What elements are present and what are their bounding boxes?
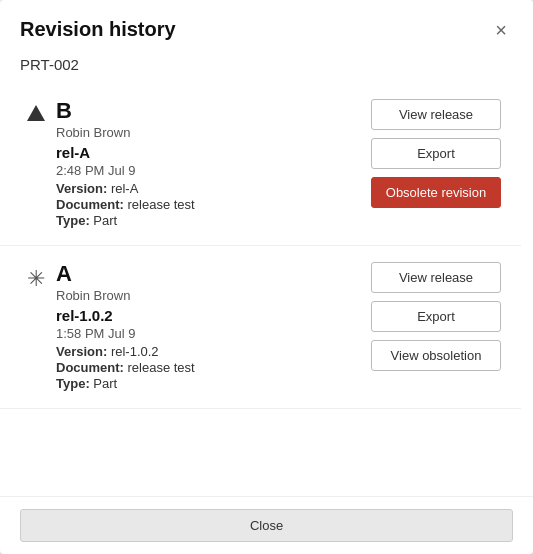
revision-type: Type: Part xyxy=(56,376,355,391)
modal-footer: Close xyxy=(0,496,533,554)
triangle-icon xyxy=(27,105,45,121)
modal-title: Revision history xyxy=(20,18,176,41)
revision-version: Version: rel-1.0.2 xyxy=(56,344,355,359)
revision-actions: View releaseExportObsolete revision xyxy=(371,99,501,208)
revision-icon xyxy=(16,99,56,121)
close-button[interactable]: Close xyxy=(20,509,513,542)
revision-date: 1:58 PM Jul 9 xyxy=(56,326,355,341)
asterisk-icon: ✳ xyxy=(27,266,45,292)
modal-header: Revision history × xyxy=(0,0,533,52)
revision-document: Document: release test xyxy=(56,197,355,212)
revision-actions: View releaseExportView obsoletion xyxy=(371,262,501,371)
close-icon[interactable]: × xyxy=(489,18,513,42)
revision-version: Version: rel-A xyxy=(56,181,355,196)
view-release-a[interactable]: View release xyxy=(371,262,501,293)
revision-rel: rel-A xyxy=(56,144,355,161)
revision-type: Type: Part xyxy=(56,213,355,228)
export-a[interactable]: Export xyxy=(371,301,501,332)
view-release-b[interactable]: View release xyxy=(371,99,501,130)
revision-date: 2:48 PM Jul 9 xyxy=(56,163,355,178)
export-b[interactable]: Export xyxy=(371,138,501,169)
revision-rel: rel-1.0.2 xyxy=(56,307,355,324)
revision-letter: A xyxy=(56,262,355,286)
view-obsoletion-a[interactable]: View obsoletion xyxy=(371,340,501,371)
revision-author: Robin Brown xyxy=(56,125,355,140)
revision-icon: ✳ xyxy=(16,262,56,292)
subtitle: PRT-002 xyxy=(0,52,533,83)
revision-letter: B xyxy=(56,99,355,123)
revision-list: B Robin Brown rel-A 2:48 PM Jul 9 Versio… xyxy=(0,83,533,496)
revision-history-modal: Revision history × PRT-002 B Robin Brown… xyxy=(0,0,533,554)
revision-document: Document: release test xyxy=(56,360,355,375)
revision-content: B Robin Brown rel-A 2:48 PM Jul 9 Versio… xyxy=(56,99,355,229)
revision-content: A Robin Brown rel-1.0.2 1:58 PM Jul 9 Ve… xyxy=(56,262,355,392)
revision-author: Robin Brown xyxy=(56,288,355,303)
obsolete-b[interactable]: Obsolete revision xyxy=(371,177,501,208)
revision-item: ✳ A Robin Brown rel-1.0.2 1:58 PM Jul 9 … xyxy=(0,246,521,409)
revision-item: B Robin Brown rel-A 2:48 PM Jul 9 Versio… xyxy=(0,83,521,246)
